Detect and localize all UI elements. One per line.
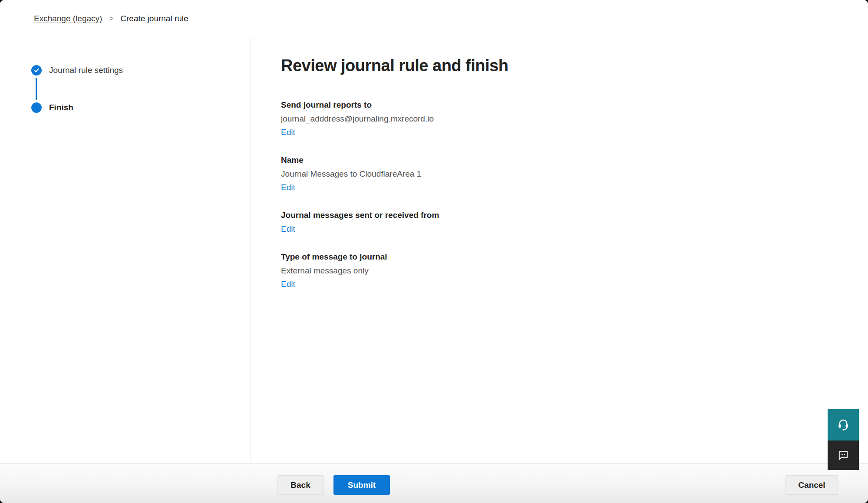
review-sections: Send journal reports to journal_adddress… (281, 100, 851, 289)
wizard-step-finish[interactable]: Finish (31, 102, 251, 113)
chat-icon (837, 449, 849, 462)
journal-report-address-value: journal_adddress@journaling.mxrecord.io (281, 114, 851, 124)
wizard-step-journal-rule-settings[interactable]: Journal rule settings (31, 65, 251, 76)
message-type-value: External messages only (281, 266, 851, 276)
breadcrumb-exchange-legacy-link[interactable]: Exchange (legacy) (34, 14, 102, 23)
content-row: Journal rule settings Finish Review jour… (0, 37, 868, 463)
wizard-step-label: Journal rule settings (49, 66, 123, 75)
headset-icon (837, 418, 850, 432)
section-label: Name (281, 155, 851, 165)
edit-scope-link[interactable]: Edit (281, 224, 295, 234)
action-bar: Back Submit Cancel (0, 463, 868, 503)
wizard-steps-panel: Journal rule settings Finish (0, 37, 251, 463)
breadcrumb-current-page: Create journal rule (120, 14, 188, 23)
exchange-admin-window: Exchange (legacy) > Create journal rule … (0, 0, 868, 503)
edit-name-link[interactable]: Edit (281, 183, 295, 192)
step-connector-line (36, 78, 37, 100)
rule-name-value: Journal Messages to CloudflareArea 1 (281, 169, 851, 179)
edit-message-type-link[interactable]: Edit (281, 279, 295, 289)
breadcrumb: Exchange (legacy) > Create journal rule (0, 0, 868, 37)
wizard-step-label: Finish (49, 103, 73, 112)
section-label: Journal messages sent or received from (281, 210, 851, 220)
page-title: Review journal rule and finish (281, 56, 851, 75)
wizard-steps: Journal rule settings Finish (31, 65, 251, 113)
step-completed-check-icon (31, 65, 42, 76)
step-current-dot-icon (31, 102, 42, 113)
back-button[interactable]: Back (277, 475, 324, 495)
section-message-type: Type of message to journal External mess… (281, 252, 851, 289)
section-send-journal-reports-to: Send journal reports to journal_adddress… (281, 100, 851, 137)
edit-recipient-link[interactable]: Edit (281, 128, 295, 137)
section-name: Name Journal Messages to CloudflareArea … (281, 155, 851, 192)
breadcrumb-separator-icon: > (109, 14, 113, 23)
cancel-button[interactable]: Cancel (785, 475, 838, 495)
feedback-button[interactable] (828, 441, 859, 470)
review-pane: Review journal rule and finish Send jour… (251, 37, 868, 463)
help-button[interactable] (828, 409, 859, 441)
section-label: Type of message to journal (281, 252, 851, 262)
section-journal-messages-scope: Journal messages sent or received from E… (281, 210, 851, 234)
section-label: Send journal reports to (281, 100, 851, 110)
submit-button[interactable]: Submit (333, 475, 390, 495)
